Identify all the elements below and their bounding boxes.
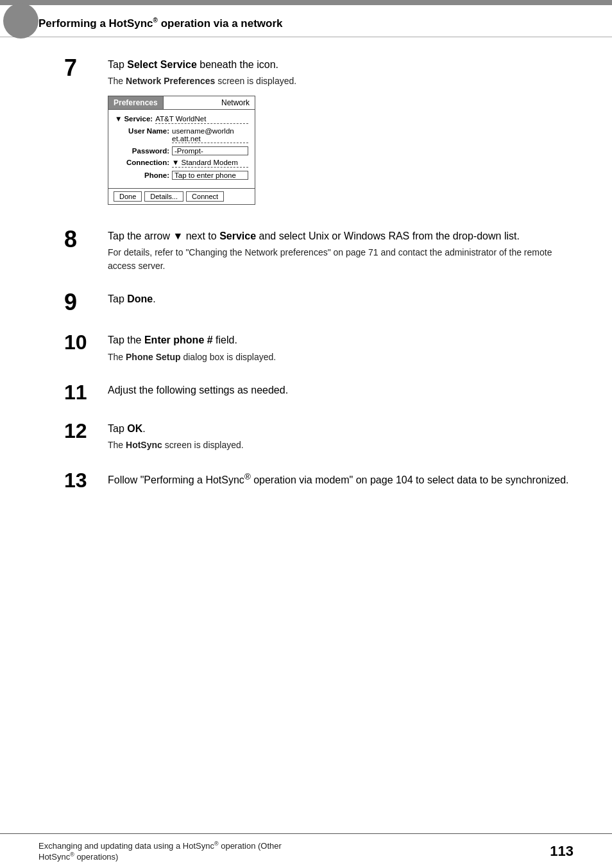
screen-connection-row: Connection: ▼ Standard Modem — [115, 159, 248, 168]
page-footer: Exchanging and updating data using a Hot… — [0, 833, 612, 868]
header-bar — [0, 0, 612, 5]
screen-header-left: Preferences — [108, 96, 164, 109]
page-title: Performing a HotSync® operation via a ne… — [38, 17, 283, 30]
footer-page-number: 113 — [550, 843, 574, 860]
step-8-content: Tap the arrow ▼ next to Service and sele… — [108, 228, 574, 273]
screen-body: ▼ Service: AT&T WorldNet User Name: user… — [108, 110, 255, 188]
step-9-main: Tap Done. — [108, 292, 574, 306]
screen-done-button[interactable]: Done — [114, 191, 142, 202]
step-9-content: Tap Done. — [108, 291, 574, 309]
step-12: 12 Tap OK. The HotSync screen is display… — [64, 421, 574, 452]
connection-label: Connection: — [115, 159, 169, 166]
step-13: 13 Follow "Performing a HotSync® operati… — [64, 470, 574, 490]
footer-sup2: ® — [70, 851, 74, 858]
screen-phone-row: Phone: Tap to enter phone — [115, 171, 248, 180]
step-11-content: Adjust the following settings as needed. — [108, 382, 574, 400]
step-10: 10 Tap the Enter phone # field. The Phon… — [64, 332, 574, 363]
step-number-12: 12 — [64, 421, 103, 441]
screen-username-row: User Name: username@worldnet.att.net — [115, 127, 248, 143]
step-9: 9 Tap Done. — [64, 291, 574, 314]
step-12-content: Tap OK. The HotSync screen is displayed. — [108, 421, 574, 452]
step-7: 7 Tap Select Service beneath the icon. T… — [64, 56, 574, 210]
phone-label: Phone: — [115, 171, 169, 179]
screen-password-row: Password: -Prompt- — [115, 146, 248, 155]
step-number-11: 11 — [64, 382, 103, 403]
step-7-content: Tap Select Service beneath the icon. The… — [108, 56, 574, 210]
footer-line2-rest: operations) — [74, 852, 119, 862]
step-8: 8 Tap the arrow ▼ next to Service and se… — [64, 228, 574, 273]
service-arrow-icon: ▼ — [115, 115, 122, 123]
footer-line1-rest: operation (Other — [219, 842, 282, 851]
title-rest: operation via a network — [158, 17, 283, 30]
content-area: 7 Tap Select Service beneath the icon. T… — [0, 37, 612, 548]
connection-value: ▼ Standard Modem — [172, 159, 248, 168]
password-value: -Prompt- — [172, 146, 248, 155]
screen-mockup: Preferences Network ▼ Service: AT&T Worl… — [108, 96, 255, 205]
username-label: User Name: — [115, 127, 169, 135]
step-number-8: 8 — [64, 228, 103, 251]
header-title-area: Performing a HotSync® operation via a ne… — [0, 5, 612, 37]
page-container: Performing a HotSync® operation via a ne… — [0, 0, 612, 868]
phone-value: Tap to enter phone — [172, 171, 248, 180]
step-7-sub: The Network Preferences screen is displa… — [108, 74, 574, 88]
left-circle-decoration — [3, 3, 38, 39]
screen-footer: Done Details... Connect — [108, 188, 255, 204]
step-8-sub: For details, refer to "Changing the Netw… — [108, 246, 574, 273]
footer-text: Exchanging and updating data using a Hot… — [38, 840, 282, 862]
step-10-sub: The Phone Setup dialog box is displayed. — [108, 351, 574, 364]
title-sup: ® — [153, 17, 158, 24]
step-number-9: 9 — [64, 291, 103, 314]
footer-sup1: ® — [214, 840, 219, 847]
step-10-content: Tap the Enter phone # field. The Phone S… — [108, 332, 574, 363]
step-number-10: 10 — [64, 332, 103, 352]
step-11: 11 Adjust the following settings as need… — [64, 382, 574, 403]
step-13-main: Follow "Performing a HotSync® operation … — [108, 471, 574, 488]
step-number-13: 13 — [64, 470, 103, 490]
username-value: username@worldnet.att.net — [172, 127, 248, 143]
step-8-main: Tap the arrow ▼ next to Service and sele… — [108, 229, 574, 243]
step-11-main: Adjust the following settings as needed. — [108, 383, 574, 397]
step-7-main: Tap Select Service beneath the icon. — [108, 58, 574, 72]
page-title-text: Performing a HotSync — [38, 17, 153, 30]
screen-header: Preferences Network — [108, 96, 255, 110]
footer-line1: Exchanging and updating data using a Hot… — [38, 842, 214, 851]
service-value: AT&T WorldNet — [155, 115, 248, 124]
step-12-sub: The HotSync screen is displayed. — [108, 438, 574, 452]
screen-service-row: ▼ Service: AT&T WorldNet — [115, 115, 248, 124]
step-13-content: Follow "Performing a HotSync® operation … — [108, 470, 574, 490]
step-number-7: 7 — [64, 56, 103, 80]
screen-details-button[interactable]: Details... — [144, 191, 183, 202]
screen-header-right: Network — [164, 96, 255, 109]
step-12-main: Tap OK. — [108, 422, 574, 436]
footer-line2: HotSync — [38, 852, 70, 862]
screen-connect-button[interactable]: Connect — [186, 191, 224, 202]
step-10-main: Tap the Enter phone # field. — [108, 333, 574, 347]
service-label: Service: — [124, 115, 153, 123]
password-label: Password: — [115, 147, 169, 155]
